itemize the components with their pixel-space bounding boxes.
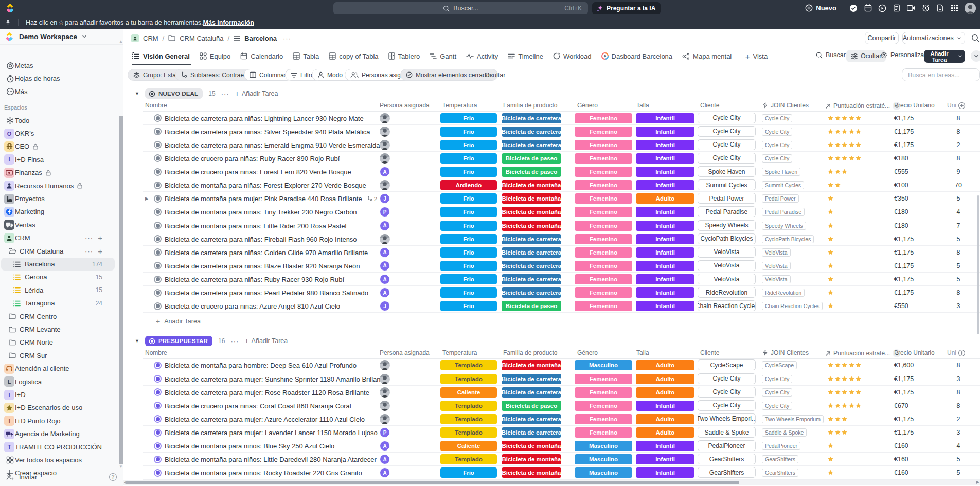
- precio-cell[interactable]: €1,175: [894, 262, 914, 269]
- unidades-cell[interactable]: 8: [953, 115, 964, 122]
- col-precio[interactable]: Precio Unitario: [894, 349, 935, 356]
- join-clientes-chip[interactable]: Summit Cycles: [762, 181, 804, 189]
- task-name[interactable]: Bicicleta de montaña para niños: Rocky R…: [165, 469, 362, 477]
- unidades-cell[interactable]: 5: [953, 195, 964, 202]
- task-row[interactable]: Bicicleta de carretera para niñas: Ruby …: [123, 273, 980, 286]
- puntuacion-stars[interactable]: [828, 416, 847, 422]
- sidebar-item-okr-s[interactable]: OOKR's: [1, 127, 115, 140]
- task-row[interactable]: Bicicleta de carretera para mujer: Laven…: [123, 426, 980, 439]
- assignee-avatar-initial[interactable]: J: [380, 301, 390, 311]
- sidebar-item-crm-norte[interactable]: CRM Norte: [1, 336, 115, 349]
- temperatura-pill[interactable]: Frio: [440, 274, 497, 284]
- task-row[interactable]: Bicicleta de carretera para niñas: Fireb…: [123, 232, 980, 246]
- genero-pill[interactable]: Masculino: [575, 467, 632, 478]
- talla-pill[interactable]: Infantil: [636, 221, 694, 231]
- temperatura-pill[interactable]: Templado: [440, 374, 497, 384]
- expand-subtasks-caret[interactable]: ▶: [145, 196, 149, 201]
- assignee-avatar-initial[interactable]: A: [380, 274, 390, 284]
- temperatura-pill[interactable]: Frio: [440, 127, 497, 137]
- familia-pill[interactable]: Bicicleta de paseo: [502, 401, 561, 411]
- unidades-cell[interactable]: 8: [953, 128, 964, 135]
- unidades-cell[interactable]: 2: [953, 416, 964, 423]
- familia-pill[interactable]: Bicicleta de carretera: [502, 427, 561, 438]
- join-clientes-chip[interactable]: CycloPath Bicycles: [762, 235, 814, 243]
- familia-pill[interactable]: Bicicleta de paseo: [502, 167, 561, 177]
- assignee-avatar-initial[interactable]: A: [380, 261, 390, 271]
- temperatura-pill[interactable]: Frio: [440, 467, 497, 478]
- temperatura-pill[interactable]: Frio: [440, 221, 497, 231]
- puntuacion-stars[interactable]: [828, 403, 861, 408]
- task-name[interactable]: Bicicleta de carretera para niñas: Fireb…: [165, 236, 357, 243]
- cliente-cell[interactable]: VeloVista: [698, 247, 756, 258]
- task-status-icon[interactable]: [154, 429, 162, 437]
- assignee-avatar-photo[interactable]: [380, 113, 390, 123]
- join-clientes-chip[interactable]: Cycle City: [762, 154, 792, 163]
- task-row[interactable]: Bicicleta de carretera para mujer: Rose …: [123, 386, 980, 399]
- task-status-icon[interactable]: [154, 248, 162, 256]
- add-view-button[interactable]: +Vista: [745, 52, 768, 61]
- tab-mapa-mental[interactable]: Mapa mental: [678, 47, 737, 65]
- cliente-cell[interactable]: Cycle City: [698, 387, 756, 398]
- puntuacion-stars[interactable]: [828, 362, 861, 368]
- familia-pill[interactable]: Bicicleta de carretera: [502, 261, 561, 271]
- talla-pill[interactable]: Infantil: [636, 441, 694, 451]
- familia-pill[interactable]: Bicicleta de montaña: [502, 207, 561, 217]
- precio-cell[interactable]: €1,175: [894, 249, 914, 256]
- temperatura-pill[interactable]: Templado: [440, 414, 497, 424]
- temperatura-pill[interactable]: Templado: [440, 360, 497, 370]
- sidebar-item-todo[interactable]: Todo: [1, 114, 115, 127]
- familia-pill[interactable]: Bicicleta de montaña: [502, 441, 561, 451]
- group-more-button[interactable]: ···: [221, 90, 229, 98]
- talla-pill[interactable]: Adulto: [636, 193, 694, 204]
- unidades-cell[interactable]: 3: [953, 429, 964, 436]
- puntuacion-stars[interactable]: [828, 155, 861, 161]
- col-persona[interactable]: Persona asignada: [380, 349, 430, 356]
- unidades-cell[interactable]: 8: [953, 155, 964, 162]
- task-name[interactable]: Bicicleta de carretera para niñas: Light…: [165, 115, 364, 122]
- talla-pill[interactable]: Adulto: [636, 427, 694, 438]
- puntuacion-stars[interactable]: [828, 470, 833, 475]
- help-icon[interactable]: ?: [109, 473, 117, 481]
- temperatura-pill[interactable]: Frio: [440, 113, 497, 123]
- puntuacion-stars[interactable]: [828, 115, 861, 121]
- precio-cell[interactable]: €180: [894, 155, 908, 162]
- join-clientes-chip[interactable]: RideRevolution: [762, 289, 805, 297]
- assignee-avatar-initial[interactable]: J: [380, 193, 390, 204]
- puntuacion-stars[interactable]: [828, 209, 833, 214]
- familia-pill[interactable]: Bicicleta de carretera: [502, 113, 561, 123]
- col-genero[interactable]: Género: [577, 349, 598, 356]
- unidades-cell[interactable]: 5: [953, 276, 964, 283]
- group-collapse-caret[interactable]: ▼: [135, 91, 139, 96]
- talla-pill[interactable]: Infantil: [636, 454, 694, 464]
- talla-pill[interactable]: Infantil: [636, 180, 694, 190]
- task-name[interactable]: Bicicleta de carretera para mujer: Rose …: [165, 389, 369, 397]
- sidebar-item-metas[interactable]: Metas: [1, 59, 115, 72]
- breadcrumb-crm[interactable]: CRM: [143, 34, 158, 42]
- puntuacion-stars[interactable]: [828, 429, 847, 435]
- puntuacion-stars[interactable]: [828, 303, 833, 309]
- sidebar-item-tramiteco-producci-n[interactable]: TTRAMITECO PRODUCCIÓN: [1, 441, 115, 454]
- sidebar-item-i-d-finsa[interactable]: II+D Finsa: [1, 153, 115, 166]
- group-add-task-button[interactable]: +Añadir Tarea: [235, 89, 278, 98]
- collapse-toolbar-button[interactable]: [971, 50, 980, 62]
- sidebar-item-agencia-de-marketing[interactable]: Agencia de Marketing: [1, 427, 115, 440]
- familia-pill[interactable]: Bicicleta de carretera: [502, 274, 561, 284]
- sidebar-item-tarragona[interactable]: Tarragona24: [1, 297, 115, 310]
- unidades-cell[interactable]: 7: [953, 222, 964, 229]
- document-icon[interactable]: [936, 4, 944, 12]
- join-clientes-chip[interactable]: Pedal Paradise: [762, 208, 805, 216]
- join-clientes-chip[interactable]: VeloVista: [762, 262, 791, 270]
- task-name[interactable]: Bicicleta de carretera para niñas: Silve…: [165, 128, 370, 136]
- genero-pill[interactable]: Femenino: [575, 274, 632, 284]
- invite-label[interactable]: Invitar: [19, 473, 37, 481]
- item-add-button[interactable]: +: [98, 233, 102, 242]
- cliente-cell[interactable]: Spoke Haven: [698, 166, 756, 177]
- task-name[interactable]: Bicicleta de crucero para niñas: Azure A…: [165, 302, 340, 310]
- task-row[interactable]: Bicicleta de montaña para niñas: Forest …: [123, 178, 980, 192]
- add-task-row[interactable]: +Añadir Tarea: [156, 317, 201, 326]
- cliente-cell[interactable]: Two Wheels Empori...: [698, 413, 756, 424]
- precio-cell[interactable]: €180: [894, 222, 908, 229]
- task-row[interactable]: Bicicleta de montaña para niños: Little …: [123, 453, 980, 466]
- tab-dasboard-barcelona[interactable]: Dasboard Barcelona: [596, 47, 678, 65]
- genero-pill[interactable]: Femenino: [575, 287, 632, 298]
